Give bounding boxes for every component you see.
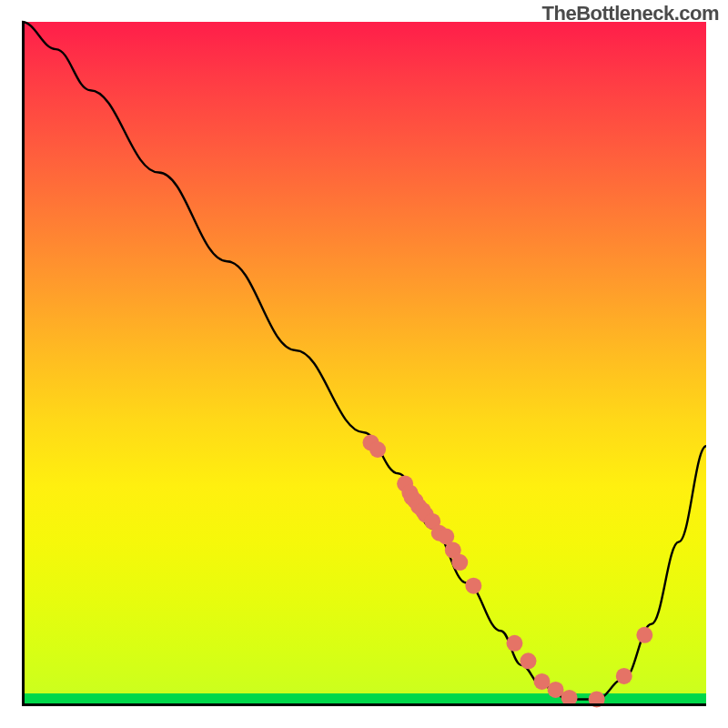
plot-frame <box>22 22 706 706</box>
bottleneck-chart: TheBottleneck.com <box>0 0 728 728</box>
watermark-label: TheBottleneck.com <box>542 2 719 25</box>
